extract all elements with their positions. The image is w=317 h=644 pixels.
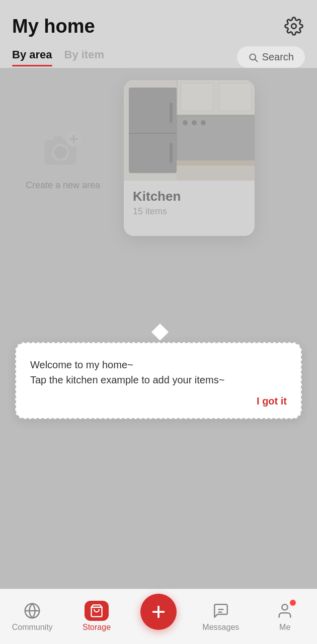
search-button[interactable]: Search (237, 46, 305, 68)
nav-storage[interactable]: Storage (76, 602, 117, 632)
tab-by-item[interactable]: By item (64, 48, 104, 66)
storage-icon (88, 602, 106, 620)
settings-icon[interactable] (283, 15, 305, 37)
community-icon (23, 602, 41, 620)
got-it-button[interactable]: I got it (30, 395, 287, 407)
nav-me[interactable]: Me (265, 602, 305, 632)
search-label: Search (262, 51, 294, 63)
svg-point-15 (282, 604, 288, 610)
tooltip-message: Welcome to my home~Tap the kitchen examp… (30, 357, 287, 387)
tabs: By area By item (12, 48, 104, 66)
me-icon (276, 602, 294, 620)
messages-icon (212, 602, 230, 620)
add-fab-button[interactable] (140, 594, 177, 630)
storage-label: Storage (83, 623, 111, 632)
bottom-nav: Community Storage (0, 589, 317, 644)
tooltip-box: Welcome to my home~Tap the kitchen examp… (15, 342, 302, 419)
me-label: Me (279, 623, 290, 632)
nav-community[interactable]: Community (12, 602, 53, 632)
overlay (0, 68, 317, 611)
header: My home By area By item Search (0, 0, 317, 68)
page-title: My home (12, 16, 95, 37)
svg-line-2 (255, 59, 257, 61)
content-area: Create a new area (0, 68, 317, 611)
community-label: Community (12, 623, 53, 632)
nav-messages[interactable]: Messages (201, 602, 241, 632)
me-notification-badge (290, 600, 296, 606)
svg-point-0 (291, 24, 296, 29)
messages-label: Messages (202, 623, 239, 632)
tab-by-area[interactable]: By area (12, 48, 52, 66)
